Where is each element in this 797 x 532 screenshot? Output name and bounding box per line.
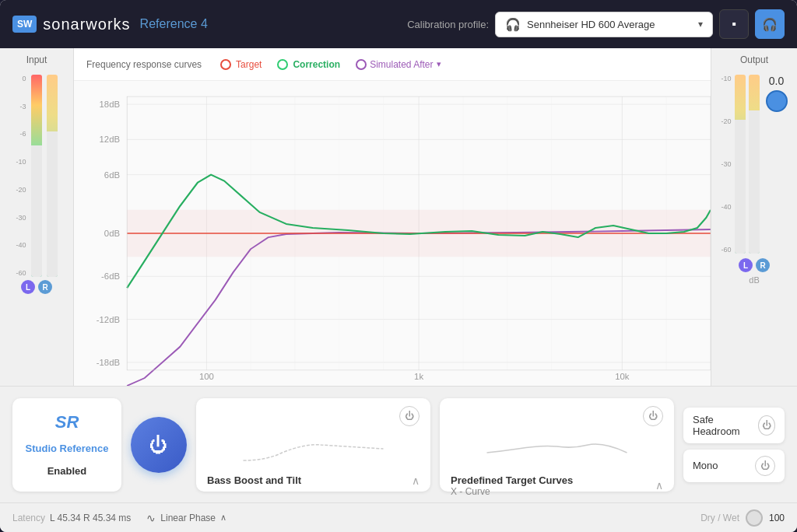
predefined-card: ⏻ Predefined Target Curves X - Curve ∧ — [440, 398, 674, 492]
legend-correction: Correction — [277, 59, 340, 70]
predefined-name: Predefined Target Curves — [451, 474, 573, 486]
app-header: SW sonarworks Reference 4 Calibration pr… — [0, 0, 797, 48]
bass-boost-card-top: ⏻ — [207, 406, 420, 426]
svg-text:18dB: 18dB — [100, 100, 121, 109]
bass-boost-chevron-icon[interactable]: ∧ — [412, 474, 420, 487]
svg-text:-12dB: -12dB — [97, 315, 120, 324]
output-panel: Output -10 -20 -30 -40 -60 — [711, 48, 797, 386]
svg-text:6dB: 6dB — [104, 170, 120, 179]
phase-label: Linear Phase — [160, 513, 216, 523]
simulated-label: Simulated After — [370, 59, 433, 70]
predefined-card-bottom: Predefined Target Curves X - Curve ∧ — [451, 474, 663, 497]
dry-wet-area: Dry / Wet 100 — [700, 509, 785, 527]
sr-logo: SR — [55, 412, 79, 432]
latency-value: L 45.34 R 45.34 ms — [50, 513, 131, 523]
input-meter-r — [47, 75, 58, 277]
headphone-icon: 🎧 — [505, 17, 521, 32]
mono-row[interactable]: Mono ⏻ — [683, 450, 785, 482]
predefined-text-block: Predefined Target Curves X - Curve — [451, 474, 573, 497]
svg-text:12dB: 12dB — [100, 135, 121, 144]
svg-text:100: 100 — [199, 373, 214, 381]
product-name: Reference 4 — [140, 17, 208, 31]
dry-wet-knob[interactable] — [746, 509, 763, 527]
input-panel: Input 0 -3 -6 -10 -20 -30 -40 -60 — [0, 48, 74, 386]
svg-text:10k: 10k — [615, 373, 630, 381]
simulated-chevron-icon: ▾ — [437, 59, 441, 69]
simulated-circle — [356, 59, 367, 70]
output-meter-l — [735, 75, 746, 254]
scale-n40: -40 — [16, 241, 26, 249]
dry-wet-label: Dry / Wet — [700, 513, 739, 523]
sr-title: Studio Reference — [26, 443, 109, 454]
scale-n30: -30 — [16, 214, 26, 222]
out-scale-n60: -60 — [721, 246, 731, 254]
mono-power-btn[interactable]: ⏻ — [755, 456, 775, 476]
input-l-badge: L — [21, 280, 35, 294]
power-button[interactable]: ⏻ — [131, 417, 187, 473]
output-l-badge: L — [739, 258, 753, 272]
db-label: dB — [749, 275, 759, 285]
correction-label: Correction — [293, 59, 340, 70]
correction-circle — [277, 59, 288, 70]
output-meter-r — [749, 75, 760, 254]
out-scale-n30: -30 — [721, 160, 731, 168]
waveform-icon: ∿ — [146, 512, 156, 524]
latency-label: Latency — [12, 513, 45, 523]
scale-n6: -6 — [16, 130, 26, 138]
bass-power-icon: ⏻ — [405, 411, 414, 422]
output-db-value: 0.0 — [769, 75, 784, 87]
phase-item[interactable]: ∿ Linear Phase ∧ — [146, 512, 226, 524]
out-scale-n20: -20 — [721, 117, 731, 125]
predefined-chevron-icon[interactable]: ∧ — [655, 479, 663, 492]
output-lr-badges: L R — [739, 258, 770, 272]
scale-n3: -3 — [16, 103, 26, 110]
out-scale-n40: -40 — [721, 203, 731, 211]
svg-text:1k: 1k — [414, 373, 424, 381]
graph-title: Frequency response curves — [86, 59, 202, 70]
legend-simulated[interactable]: Simulated After ▾ — [356, 59, 441, 70]
settings-icon: ▪ — [732, 17, 736, 31]
profile-name: Sennheiser HD 600 Average — [527, 19, 692, 30]
studio-ref-box: SR Studio Reference Enabled — [12, 398, 121, 492]
scale-n60: -60 — [16, 269, 26, 277]
input-lr-badges: L R — [21, 280, 52, 294]
right-controls: Safe Headroom ⏻ Mono ⏻ — [683, 408, 785, 482]
bass-boost-card: ⏻ Bass Boost and Tilt ∧ — [196, 398, 430, 492]
predefined-card-top: ⏻ — [451, 406, 663, 426]
safe-headroom-label: Safe Headroom — [693, 414, 753, 437]
footer: Latency L 45.34 R 45.34 ms ∿ Linear Phas… — [0, 502, 797, 532]
scale-n10: -10 — [16, 158, 26, 166]
bass-boost-power-btn[interactable]: ⏻ — [399, 406, 420, 426]
phase-arrow-icon: ∧ — [220, 513, 226, 523]
out-scale-0: -10 — [721, 75, 731, 82]
calibration-select[interactable]: 🎧 Sennheiser HD 600 Average ▾ — [495, 12, 713, 37]
logo-area: SW sonarworks Reference 4 — [12, 16, 208, 33]
bottom-section: SR Studio Reference Enabled ⏻ ⏻ Ba — [0, 386, 797, 502]
bass-boost-name: Bass Boost and Tilt — [207, 474, 301, 486]
settings-button[interactable]: ▪ — [719, 9, 749, 39]
safe-headroom-power-btn[interactable]: ⏻ — [758, 415, 775, 436]
chevron-down-icon: ▾ — [698, 19, 703, 30]
safe-power-icon: ⏻ — [762, 420, 771, 431]
legend-target: Target — [220, 59, 262, 70]
input-meter-l — [31, 75, 42, 277]
predefined-sub: X - Curve — [451, 486, 573, 497]
output-r-badge: R — [756, 258, 770, 272]
headphone-button[interactable]: 🎧 — [755, 9, 785, 39]
latency-item: Latency L 45.34 R 45.34 ms — [12, 513, 131, 523]
volume-knob[interactable] — [766, 90, 788, 112]
svg-text:0dB: 0dB — [104, 229, 120, 238]
input-label: Input — [26, 54, 47, 65]
sw-badge: SW — [12, 16, 37, 33]
predefined-mini-graph — [451, 429, 663, 468]
target-circle — [220, 59, 231, 70]
graph-header: Frequency response curves Target Correct… — [74, 48, 711, 81]
sr-enabled: Enabled — [47, 465, 87, 477]
target-label: Target — [236, 59, 262, 70]
calibration-area: Calibration profile: 🎧 Sennheiser HD 600… — [407, 9, 785, 39]
mono-power-icon: ⏻ — [760, 460, 770, 471]
safe-headroom-row[interactable]: Safe Headroom ⏻ — [683, 408, 785, 443]
graph-area: 18dB 12dB 6dB 0dB -6dB -12dB — [74, 81, 711, 386]
predefined-power-btn[interactable]: ⏻ — [643, 406, 663, 426]
brand-name: sonarworks — [43, 16, 130, 33]
